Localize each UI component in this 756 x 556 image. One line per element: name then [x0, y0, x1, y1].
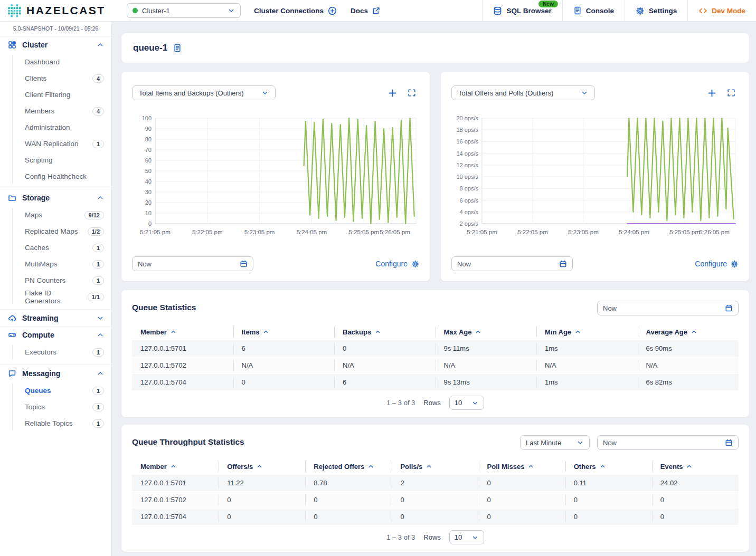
svg-text:5:26:05 pm: 5:26:05 pm [380, 229, 410, 235]
expand-icon[interactable] [408, 89, 416, 97]
table-cell: 0 [334, 340, 436, 357]
action-sql-browser[interactable]: New SQL Browser [482, 0, 562, 21]
chart-date-input[interactable]: Now [451, 256, 573, 271]
interval-select[interactable]: Last Minute [520, 435, 590, 450]
sidebar-item-reliable-topics[interactable]: Reliable Topics 1 [0, 415, 111, 432]
sidebar-item-queues[interactable]: Queues 1 [0, 382, 111, 399]
topnav-docs[interactable]: Docs [344, 7, 387, 15]
table-date-input[interactable]: Now [597, 301, 739, 315]
sidebar-item-label: Members [25, 107, 54, 115]
column-header[interactable]: Max Age [436, 324, 537, 340]
table-cell: 6 [334, 374, 436, 390]
topnav-cluster-connections[interactable]: Cluster Connections [247, 6, 344, 15]
column-header[interactable]: Items [233, 324, 335, 340]
cloud-icon [8, 314, 16, 322]
table-row[interactable]: 127.0.0.1:5704000000 [132, 508, 739, 525]
sidebar-section-streaming[interactable]: Streaming [0, 310, 111, 326]
sidebar-item-label: Administration [25, 123, 70, 131]
table-cell: 0 [479, 509, 565, 525]
configure-link[interactable]: Configure [375, 260, 419, 268]
column-header[interactable]: Poll Misses [479, 458, 565, 474]
column-header[interactable]: Member [132, 458, 219, 474]
table-cell: 6 [233, 340, 335, 357]
count-badge: 9/12 [84, 211, 104, 219]
action-settings[interactable]: Settings [625, 0, 687, 21]
sidebar-item-wan-replication[interactable]: WAN Replication 1 [0, 136, 111, 152]
sidebar-item-dashboard[interactable]: Dashboard [0, 54, 111, 70]
table-cell: 0 [565, 509, 652, 525]
table-cell: 0 [305, 492, 392, 508]
rows-per-page-select[interactable]: 10 [449, 530, 484, 544]
action-dev-mode[interactable]: Dev Mode [687, 0, 756, 21]
cluster-select[interactable]: Cluster-1 [127, 3, 241, 18]
sidebar-item-scripting[interactable]: Scripting [0, 152, 111, 168]
queue-document-icon[interactable] [173, 44, 182, 52]
database-icon [493, 6, 502, 15]
column-header[interactable]: Member [132, 324, 233, 340]
sidebar-item-pn-counters[interactable]: PN Counters 1 [0, 272, 111, 289]
sidebar-item-multimaps[interactable]: MultiMaps 1 [0, 256, 111, 272]
queue-statistics-card: Queue Statistics Now Member Items Backup… [121, 290, 749, 417]
sidebar-section-compute[interactable]: Compute [0, 327, 111, 343]
table-row[interactable]: 127.0.0.1:5701609s 11ms1ms6s 90ms [132, 340, 739, 357]
sidebar-item-maps[interactable]: Maps 9/12 [0, 207, 111, 223]
svg-text:6 ops/s: 6 ops/s [460, 197, 479, 204]
drive-icon [8, 331, 16, 339]
table-row[interactable]: 127.0.0.1:5702N/AN/AN/AN/AN/A [132, 357, 739, 373]
svg-text:10: 10 [145, 210, 152, 216]
chart-date-input[interactable]: Now [132, 256, 253, 271]
column-header[interactable]: Offers/s [219, 458, 305, 474]
configure-link[interactable]: Configure [695, 260, 739, 268]
metric-select[interactable]: Total Offers and Polls (Outliers) [451, 85, 595, 100]
sidebar-item-clients[interactable]: Clients 4 [0, 70, 111, 87]
cluster-select-value: Cluster-1 [142, 7, 223, 15]
sidebar-item-topics[interactable]: Topics 1 [0, 399, 111, 415]
hazelcast-logo[interactable]: HAZELCAST [0, 0, 119, 21]
rows-per-page-select[interactable]: 10 [449, 396, 484, 410]
column-header[interactable]: Average Age [638, 324, 739, 340]
count-badge: 1 [92, 244, 104, 252]
chevron-up-icon [97, 41, 104, 49]
svg-text:5:22:05 pm: 5:22:05 pm [517, 229, 548, 235]
table-cell: 0 [233, 374, 335, 390]
sidebar-section-cluster[interactable]: Cluster [0, 36, 111, 53]
table-cell: 24.02 [652, 475, 739, 491]
sidebar-item-client-filtering[interactable]: Client Filtering [0, 87, 111, 103]
sidebar-item-label: Queues [25, 387, 51, 395]
table-date-input[interactable]: Now [597, 435, 739, 450]
action-console[interactable]: Console [562, 0, 625, 21]
sort-up-icon [375, 329, 381, 335]
sidebar-item-executors[interactable]: Executors 1 [0, 344, 111, 360]
table-header-row: Member Offers/s Rejected Offers Polls/s … [132, 458, 739, 474]
sidebar-item-caches[interactable]: Caches 1 [0, 239, 111, 256]
add-chart-icon[interactable] [707, 89, 716, 98]
column-header[interactable]: Min Age [536, 324, 638, 340]
column-header[interactable]: Backups [334, 324, 436, 340]
sidebar-item-administration[interactable]: Administration [0, 119, 111, 136]
sidebar-item-members[interactable]: Members 4 [0, 103, 111, 119]
metric-select[interactable]: Total Items and Backups (Outliers) [132, 85, 276, 100]
topnav-label: Cluster Connections [254, 7, 324, 15]
chevron-down-icon [577, 439, 584, 446]
sidebar-item-replicated-maps[interactable]: Replicated Maps 1/2 [0, 223, 111, 239]
column-header[interactable]: Events [652, 458, 739, 474]
add-chart-icon[interactable] [388, 89, 397, 98]
table-row[interactable]: 127.0.0.1:570111.228.78200.1124.02 [132, 474, 739, 491]
table-row[interactable]: 127.0.0.1:5702000000 [132, 491, 739, 508]
svg-text:100: 100 [142, 115, 152, 121]
code-icon [698, 6, 707, 15]
sort-up-icon [263, 329, 269, 335]
sidebar-item-label: Replicated Maps [25, 227, 78, 235]
svg-text:5:24:05 pm: 5:24:05 pm [619, 229, 649, 235]
column-header[interactable]: Polls/s [392, 458, 478, 474]
sidebar-section-messaging[interactable]: Messaging [0, 365, 111, 381]
table-row[interactable]: 127.0.0.1:5704069s 13ms1ms6s 82ms [132, 373, 739, 390]
column-header[interactable]: Rejected Offers [305, 458, 392, 474]
sidebar-item-config-healthcheck[interactable]: Config Healthcheck [0, 168, 111, 185]
sidebar-item-flake-id-generators[interactable]: Flake ID Generators 1/1 [0, 289, 111, 305]
svg-text:5:23:05 pm: 5:23:05 pm [244, 229, 275, 235]
expand-icon[interactable] [727, 89, 735, 97]
column-header[interactable]: Others [565, 458, 652, 474]
sidebar-section-storage[interactable]: Storage [0, 189, 111, 206]
items-backups-chart-card: Total Items and Backups (Outliers) 10090… [121, 72, 430, 281]
